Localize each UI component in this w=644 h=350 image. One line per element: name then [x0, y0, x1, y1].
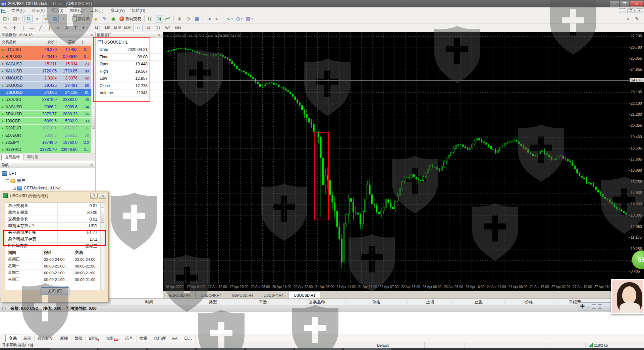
column-ask[interactable]: 买价: [57, 40, 77, 45]
timeframe-button[interactable]: H1: [133, 25, 143, 31]
terminal-tab[interactable]: 邮箱6: [86, 335, 102, 342]
tree-item-account[interactable]: − CPTMarketsLtd-Live: [2, 184, 95, 192]
terminal-tab[interactable]: 文章: [137, 335, 151, 342]
timeframe-button[interactable]: MN: [173, 25, 183, 31]
terminal-tab[interactable]: 警报: [71, 335, 86, 342]
toolbar-button[interactable]: ⇤: [213, 15, 221, 22]
child-minimize-button[interactable]: —: [619, 8, 626, 13]
candlestick-chart[interactable]: [163, 32, 629, 283]
close-icon[interactable]: ✕: [157, 33, 162, 37]
child-restore-button[interactable]: ❐: [627, 8, 635, 13]
terminal-tab[interactable]: 展示: [20, 335, 35, 342]
chart-tab[interactable]: GBPUSD,H4: [227, 292, 258, 298]
draw-tool-button[interactable]: ≋: [54, 24, 62, 32]
toolbar-button[interactable]: ▤: [51, 15, 59, 22]
menu-item[interactable]: 窗口(W): [107, 7, 128, 13]
toolbar-button[interactable]: ◉: [109, 15, 117, 22]
market-watch-row[interactable]: XAGUSD 15.311 15.334 23: [0, 61, 95, 68]
toolbar-button[interactable]: ◈: [92, 15, 100, 22]
chart-system-menu-icon[interactable]: [1, 9, 6, 13]
terminal-column-header[interactable]: 价格: [345, 300, 408, 304]
market-watch-row[interactable]: 225JPY 19749.0 19760.0 110: [0, 139, 95, 146]
market-watch-row[interactable]: H33HKD 23920.40 23948.60 2...: [0, 146, 95, 153]
toolbar-button[interactable]: ⊕: [175, 15, 183, 22]
chart-tab[interactable]: EURUSD,H4: [164, 292, 196, 298]
toolbar-button[interactable]: ⇅: [24, 15, 33, 22]
timeframe-button[interactable]: D1: [153, 25, 163, 31]
terminal-column-header[interactable]: 止盈: [453, 300, 505, 304]
draw-tool-button[interactable]: ✛: [10, 24, 18, 32]
help-icon[interactable]: ?: [90, 193, 98, 199]
market-watch-row[interactable]: USOUSD 24.065 24.126 61: [0, 89, 95, 96]
toolbar-button[interactable]: 新订单: [71, 15, 91, 22]
ime-keyboard-icon[interactable]: ⌗: [592, 304, 596, 309]
draw-tool-button[interactable]: ✦: [80, 24, 89, 32]
toolbar-button[interactable]: ✎: [633, 15, 641, 22]
terminal-tab[interactable]: 信号: [122, 335, 137, 342]
toolbar-button[interactable]: ▨: [245, 15, 254, 22]
dialog-title-bar[interactable]: USOUSD 的合约细则 ? ✕: [1, 191, 108, 200]
terminal-tab[interactable]: 代码库: [151, 335, 169, 342]
close-icon[interactable]: ✕: [89, 163, 94, 167]
terminal-tab[interactable]: 账户历史: [35, 335, 57, 342]
minimize-button[interactable]: —: [610, 1, 619, 7]
toolbar-button[interactable]: ⌖: [33, 15, 41, 22]
column-bid[interactable]: 卖价: [35, 40, 57, 45]
terminal-tab[interactable]: 日志: [181, 335, 196, 342]
toolbar-button[interactable]: [155, 15, 163, 22]
toolbar-button[interactable]: [146, 15, 154, 22]
market-watch-row[interactable]: XAUUSD 1720.05 1720.85 80: [0, 68, 95, 75]
market-watch-row[interactable]: UKOUSD 29.425 29.481 56: [0, 82, 95, 89]
toolbar-button[interactable]: ⇥: [205, 15, 213, 22]
toolbar-button[interactable]: ⊖: [184, 15, 192, 22]
timeframe-button[interactable]: M15: [113, 25, 122, 31]
market-watch-row[interactable]: SPXUSD 2879.77 2880.33 56: [0, 111, 95, 118]
toolbar-button[interactable]: [164, 15, 172, 22]
chart-tab[interactable]: USDCHF,H4: [196, 292, 227, 298]
dialog-scrollbar[interactable]: [100, 202, 105, 290]
terminal-column-header[interactable]: 交易品种: [288, 300, 345, 304]
menu-item[interactable]: 图表(C): [67, 7, 87, 13]
toolbar-button[interactable]: ∿: [225, 15, 234, 22]
tree-item-root[interactable]: CPT: [2, 170, 95, 177]
toolbar-button[interactable]: ⌕: [624, 15, 632, 22]
market-watch-tab[interactable]: 交易品种: [1, 154, 23, 161]
toolbar-button[interactable]: ◷: [235, 15, 244, 22]
chart-tab[interactable]: USDJPY,H4: [259, 292, 288, 298]
collapse-icon[interactable]: −: [13, 187, 16, 190]
terminal-column-header[interactable]: 价格: [505, 300, 553, 304]
dialog-close-button[interactable]: 关闭 (C): [41, 287, 69, 295]
connection-status[interactable]: 118/2 kb: [585, 343, 644, 347]
toolbar-button[interactable]: ⊞: [2, 15, 11, 22]
toolbar-button[interactable]: 自动交易: [118, 15, 143, 22]
time-axis[interactable]: 16 Apr 202017 Apr 04:0017 Apr 12:0017 Ap…: [163, 283, 629, 291]
menu-item[interactable]: 工具(T): [87, 7, 107, 13]
timeframe-button[interactable]: W1: [163, 25, 173, 31]
terminal-column-header[interactable]: 类型: [188, 300, 238, 304]
terminal-tab[interactable]: 交易: [5, 335, 20, 342]
one-click-arrow-icon[interactable]: ▼: [166, 35, 169, 38]
timeframe-button[interactable]: M1: [93, 25, 102, 31]
draw-tool-button[interactable]: ∥: [45, 24, 53, 32]
market-watch-scrollbar[interactable]: [91, 46, 95, 154]
timeframe-button[interactable]: H4: [143, 25, 153, 31]
market-watch-row[interactable]: LTCUSD 46.229 49.482 3...: [0, 46, 95, 53]
maximize-button[interactable]: ❐: [620, 1, 629, 7]
toolbar-button[interactable]: ★: [42, 15, 50, 22]
close-icon[interactable]: ✕: [99, 193, 106, 199]
market-watch-row[interactable]: D30EUR 10710.1 10713.2 31: [0, 125, 95, 132]
toolbar-button[interactable]: ◔: [59, 15, 67, 22]
menu-item[interactable]: 文件(F): [8, 7, 28, 13]
market-watch-row[interactable]: E50EUR 2859.3 2863.2 39: [0, 132, 95, 139]
column-spread[interactable]: !: [77, 40, 88, 44]
toolbar-button[interactable]: ▤: [11, 15, 21, 22]
close-button[interactable]: ✕: [630, 1, 643, 7]
draw-tool-button[interactable]: T: [71, 24, 79, 32]
terminal-tab[interactable]: 新闻: [57, 335, 71, 342]
draw-tool-button[interactable]: ↖: [2, 24, 10, 32]
market-watch-row[interactable]: U30USD 23878.0 23882.0 40: [0, 96, 95, 103]
timeframe-button[interactable]: M5: [103, 25, 112, 31]
market-watch-row[interactable]: NASUSD 9086.2 9089.6 34: [0, 103, 95, 110]
draw-tool-button[interactable]: ―: [28, 24, 36, 32]
draw-tool-button[interactable]: ∣: [19, 24, 27, 32]
